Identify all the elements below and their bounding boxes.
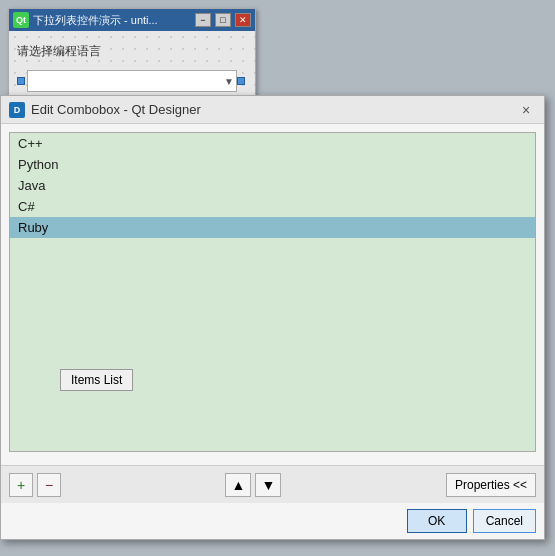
qt-combobox[interactable]: ▼ bbox=[27, 70, 237, 92]
dialog-logo-icon: D bbox=[9, 102, 25, 118]
qt-titlebar: Qt 下拉列表控件演示 - unti... − □ ✕ bbox=[9, 9, 255, 31]
dialog-footer: OK Cancel bbox=[407, 509, 536, 533]
dialog-title: Edit Combobox - Qt Designer bbox=[31, 102, 510, 117]
combobox-items-list: C++ Python Java C# Ruby Items List bbox=[9, 132, 536, 452]
qt-combobox-area: ▼ bbox=[17, 70, 247, 92]
bottom-toolbar: + − ▲ ▼ Properties << bbox=[1, 465, 544, 503]
qt-logo-icon: Qt bbox=[13, 12, 29, 28]
properties-button[interactable]: Properties << bbox=[446, 473, 536, 497]
move-up-button[interactable]: ▲ bbox=[225, 473, 251, 497]
add-item-button[interactable]: + bbox=[9, 473, 33, 497]
qt-window-title: 下拉列表控件演示 - unti... bbox=[33, 13, 191, 28]
list-item[interactable]: Python bbox=[10, 154, 535, 175]
qt-window-content: 请选择编程语言 ▼ bbox=[9, 31, 255, 104]
list-item[interactable]: C++ bbox=[10, 133, 535, 154]
move-down-button[interactable]: ▼ bbox=[255, 473, 281, 497]
resize-handle-left bbox=[17, 77, 25, 85]
qt-combo-label: 请选择编程语言 bbox=[17, 43, 247, 60]
list-item-selected[interactable]: Ruby bbox=[10, 217, 535, 238]
list-item[interactable]: Java bbox=[10, 175, 535, 196]
resize-handle-right bbox=[237, 77, 245, 85]
dialog-close-button[interactable]: × bbox=[516, 100, 536, 120]
cancel-button[interactable]: Cancel bbox=[473, 509, 536, 533]
ok-button[interactable]: OK bbox=[407, 509, 467, 533]
list-item[interactable]: C# bbox=[10, 196, 535, 217]
qt-minimize-button[interactable]: − bbox=[195, 13, 211, 27]
qt-restore-button[interactable]: □ bbox=[215, 13, 231, 27]
dialog-titlebar: D Edit Combobox - Qt Designer × bbox=[1, 96, 544, 124]
items-list-button[interactable]: Items List bbox=[60, 369, 133, 391]
combobox-arrow-icon: ▼ bbox=[224, 76, 234, 87]
remove-item-button[interactable]: − bbox=[37, 473, 61, 497]
edit-combobox-dialog: D Edit Combobox - Qt Designer × C++ Pyth… bbox=[0, 95, 545, 540]
qt-close-button[interactable]: ✕ bbox=[235, 13, 251, 27]
